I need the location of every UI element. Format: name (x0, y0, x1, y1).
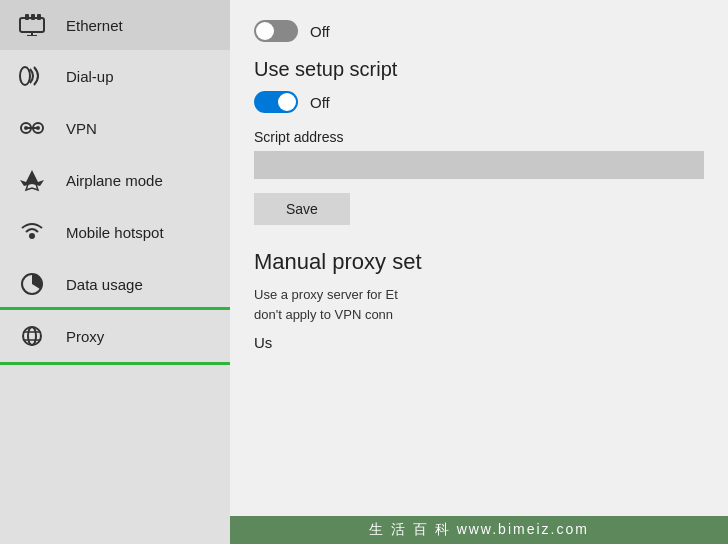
toggle2-label: Off (310, 94, 330, 111)
svg-rect-2 (31, 14, 35, 20)
toggle2-thumb (278, 93, 296, 111)
svg-point-14 (23, 327, 41, 345)
sidebar-item-hotspot[interactable]: Mobile hotspot (0, 206, 230, 258)
script-address-label: Script address (254, 129, 704, 145)
dialup-icon (16, 64, 48, 88)
proxy-icon (16, 324, 48, 348)
sidebar-item-airplane[interactable]: Airplane mode (0, 154, 230, 206)
sidebar-item-proxy[interactable]: Proxy (0, 310, 230, 362)
sidebar-item-vpn-label: VPN (66, 120, 97, 137)
toggle1[interactable] (254, 20, 298, 42)
watermark: 生 活 百 科 www.bimeiz.com (230, 516, 728, 544)
svg-point-12 (29, 233, 35, 239)
content-panel: Off Use setup script Off Script address … (230, 0, 728, 544)
svg-point-6 (20, 67, 30, 85)
hotspot-icon (16, 220, 48, 244)
sidebar-item-dialup[interactable]: Dial-up (0, 50, 230, 102)
sidebar: Ethernet Dial-up VPN (0, 0, 230, 544)
sidebar-item-ethernet-label: Ethernet (66, 17, 123, 34)
save-button[interactable]: Save (254, 193, 350, 225)
sidebar-item-hotspot-label: Mobile hotspot (66, 224, 164, 241)
manual-proxy-title: Manual proxy set (254, 249, 704, 275)
sidebar-item-dialup-label: Dial-up (66, 68, 114, 85)
vpn-icon (16, 116, 48, 140)
sidebar-item-vpn[interactable]: VPN (0, 102, 230, 154)
description-line1: Use a proxy server for Et don't apply to… (254, 285, 704, 324)
sidebar-item-datausage-label: Data usage (66, 276, 143, 293)
datausage-icon (16, 272, 48, 296)
toggle1-thumb (256, 22, 274, 40)
toggle1-label: Off (310, 23, 330, 40)
airplane-icon (16, 168, 48, 192)
svg-rect-0 (20, 18, 44, 32)
svg-rect-3 (37, 14, 41, 20)
svg-point-10 (24, 126, 28, 130)
script-address-input[interactable] (254, 151, 704, 179)
bottom-toggle-prefix: Us (254, 334, 272, 351)
setup-script-heading: Use setup script (254, 58, 704, 81)
svg-point-11 (36, 126, 40, 130)
ethernet-icon (16, 14, 48, 36)
sidebar-item-proxy-label: Proxy (66, 328, 104, 345)
toggle2-row: Off (254, 91, 704, 113)
svg-point-15 (28, 327, 36, 345)
sidebar-item-datausage[interactable]: Data usage (0, 258, 230, 310)
toggle2[interactable] (254, 91, 298, 113)
toggle1-row: Off (254, 20, 704, 42)
sidebar-item-airplane-label: Airplane mode (66, 172, 163, 189)
bottom-toggle-row: Us (254, 334, 704, 351)
sidebar-item-ethernet[interactable]: Ethernet (0, 0, 230, 50)
svg-rect-1 (25, 14, 29, 20)
